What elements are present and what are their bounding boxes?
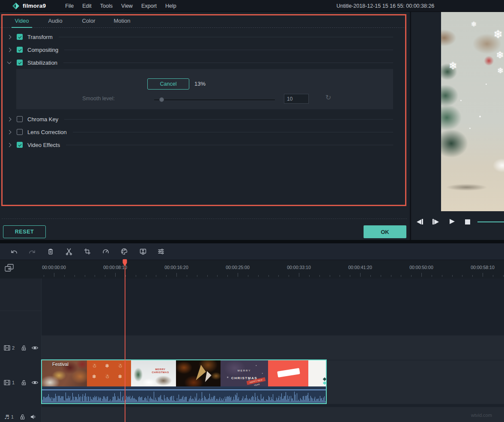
lock-icon[interactable] (21, 380, 27, 386)
snowflake-icon: ❄ (449, 60, 457, 72)
delete-icon[interactable] (45, 248, 56, 256)
smooth-level-slider[interactable] (154, 99, 275, 100)
section-chroma-key[interactable]: Chroma Key (0, 113, 409, 126)
section-compositing[interactable]: Compositing (0, 43, 409, 56)
menu-view[interactable]: View (117, 0, 137, 12)
video-track-2-row[interactable] (0, 335, 504, 360)
section-lens-correction[interactable]: Lens Correction (0, 126, 409, 138)
menu-edit[interactable]: Edit (78, 0, 96, 12)
crop-icon[interactable] (82, 248, 92, 256)
track-number: 1 (11, 414, 14, 419)
playhead-handle[interactable] (122, 259, 128, 269)
timeline-ruler[interactable]: 00:00:00:00 00:00:08:10 00:00:16:20 00:0… (0, 260, 504, 278)
section-video-effects[interactable]: Video Effects (0, 138, 409, 151)
undo-icon[interactable] (9, 248, 19, 256)
screen-record-icon[interactable] (138, 248, 148, 256)
menu-export[interactable]: Export (137, 0, 161, 12)
chevron-right-icon[interactable] (7, 117, 12, 121)
clip-snow-village[interactable]: MERRY CHRISTMAS (131, 360, 176, 386)
divider (63, 63, 393, 63)
audio-waveform-bars (42, 391, 326, 403)
lock-icon[interactable] (20, 414, 25, 420)
menu-tools[interactable]: Tools (96, 0, 117, 12)
color-palette-icon[interactable] (119, 248, 129, 256)
properties-panel: Video Audio Color Motion Transform Compo… (0, 12, 409, 240)
lock-icon[interactable] (21, 345, 27, 351)
watermark-text: wtvid.com (471, 413, 492, 418)
preview-video-frame: ❄ ❄ ❄ ❄ ❄ (441, 12, 504, 211)
speed-icon[interactable] (101, 248, 111, 256)
divider (64, 50, 393, 50)
section-transform[interactable]: Transform (0, 30, 409, 43)
stop-button[interactable] (465, 219, 470, 224)
compositing-checkbox[interactable] (17, 47, 23, 53)
divider (2, 218, 407, 219)
preview-progress-line[interactable] (477, 221, 504, 222)
clip-merry-christmas[interactable]: MERRY CHRISTMAS HAPPY NEW YEAR (221, 360, 268, 386)
reset-button[interactable]: RESET (3, 225, 46, 238)
ok-button[interactable]: OK (364, 225, 406, 238)
reset-value-icon[interactable]: ↺ (325, 93, 331, 102)
menu-items: File Edit Tools View Export Help (61, 0, 181, 12)
analysis-progress: 13% (194, 81, 206, 87)
chevron-down-icon[interactable] (7, 60, 12, 64)
previous-frame-button[interactable] (417, 219, 423, 224)
audio-track-1-row[interactable] (0, 407, 504, 422)
smooth-value-input[interactable] (284, 94, 309, 104)
tab-audio[interactable]: Audio (41, 15, 70, 27)
video-effects-checkbox[interactable] (17, 142, 23, 148)
add-track-button[interactable] (4, 263, 15, 274)
menu-file[interactable]: File (61, 0, 78, 12)
next-frame-button[interactable] (432, 219, 439, 224)
clip-trim-handle[interactable] (323, 377, 326, 386)
speaker-icon[interactable] (30, 414, 37, 420)
timeline-tracks[interactable]: 2 (0, 278, 504, 422)
clip-audio-waveform (42, 386, 326, 403)
lens-correction-checkbox[interactable] (17, 129, 23, 135)
ruler-label: 00:00:00:00 (42, 265, 66, 270)
video-track-icon (4, 380, 10, 386)
transform-checkbox[interactable] (17, 34, 23, 40)
tab-color[interactable]: Color (74, 15, 103, 27)
filmora-app: filmora9 File Edit Tools View Export Hel… (0, 0, 504, 422)
playhead-line[interactable] (125, 267, 125, 422)
clip-title-text: Festival (52, 362, 69, 367)
eye-icon[interactable] (31, 345, 39, 350)
smooth-level-label: Smooth level: (42, 96, 115, 102)
video-track-1-header: 1 (0, 377, 42, 388)
play-button[interactable] (450, 219, 455, 224)
track-number: 2 (12, 345, 15, 350)
tab-video[interactable]: Video (7, 15, 36, 27)
clip-festival[interactable]: Festival (42, 360, 87, 386)
ruler-label: 00:00:50:00 (409, 265, 433, 270)
section-stabilization[interactable]: Stabilization (0, 56, 409, 69)
snowflake-icon: ❄ (497, 66, 504, 75)
clip-red-banner[interactable] (268, 360, 308, 386)
panel-divider (0, 240, 504, 243)
effect-sections: Transform Compositing Stabilization Canc… (0, 30, 409, 151)
panel-tabs: Video Audio Color Motion (0, 15, 406, 28)
video-track-icon (4, 345, 10, 351)
snowflake-icon: ❄ (496, 50, 504, 60)
clip-fireworks[interactable] (176, 360, 221, 386)
eye-icon[interactable] (31, 380, 39, 385)
light-triangle-shape (205, 371, 212, 383)
menu-help[interactable]: Help (161, 0, 181, 12)
cancel-button[interactable]: Cancel (147, 78, 189, 90)
cut-icon[interactable] (64, 248, 74, 256)
white-banner-shape (277, 368, 300, 377)
chevron-right-icon[interactable] (7, 143, 12, 147)
chevron-right-icon[interactable] (7, 130, 12, 134)
chevron-right-icon[interactable] (7, 48, 12, 52)
ruler-label: 00:00:33:10 (287, 265, 310, 270)
project-title: Untitle-2018-12-15 15 16 55: 00:00:38:26 (274, 0, 497, 12)
redo-icon[interactable] (27, 248, 37, 256)
divider (64, 119, 393, 120)
audio-mixer-icon[interactable] (156, 248, 166, 256)
slider-handle[interactable] (159, 97, 164, 102)
chroma-key-checkbox[interactable] (17, 116, 23, 122)
tab-motion[interactable]: Motion (107, 15, 137, 27)
chevron-right-icon[interactable] (7, 35, 12, 39)
track-number: 1 (12, 380, 15, 385)
stabilization-checkbox[interactable] (17, 60, 23, 66)
